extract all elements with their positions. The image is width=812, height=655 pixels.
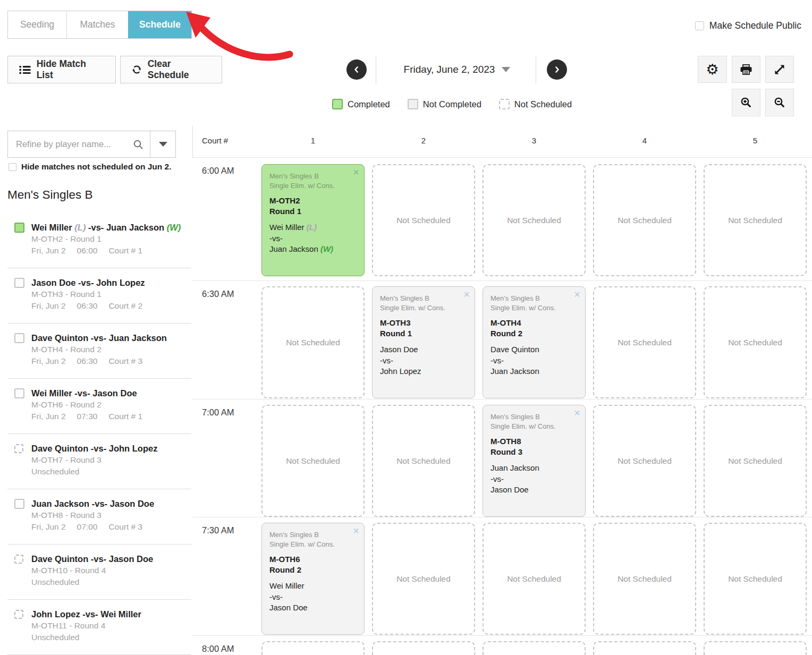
match-status-checkbox[interactable] [14,555,23,564]
empty-slot[interactable]: Not Scheduled [261,405,365,517]
match-card[interactable]: ×Men's Singles BSingle Elim. w/ Cons.M-O… [261,164,365,276]
not-completed-swatch [408,99,418,109]
match-item-body: Jason Doe -vs- John Lopez M-OTH3 - Round… [31,277,145,323]
legend-not-completed: Not Completed [408,99,481,109]
match-card-category: Men's Singles BSingle Elim. w/ Cons. [269,530,357,549]
empty-slot[interactable]: Not Scheduled [593,523,696,635]
zoom-in-button[interactable] [732,89,760,116]
match-list-item[interactable]: John Lopez -vs- Wei Miller M-OTH11 - Rou… [7,600,191,655]
court-column-header: 2 [372,136,475,145]
match-list-item[interactable]: Dave Quinton -vs- Jason Doe M-OTH10 - Ro… [7,545,191,600]
match-title: Wei Miller (L) -vs- Juan Jackson (W) [31,222,181,233]
match-date: Fri, Jun 2 [31,301,66,310]
time-slot-label: 6:30 AM [202,289,234,299]
match-court: Court # 3 [108,522,142,531]
zoom-out-button[interactable] [765,89,794,116]
legend-completed-label: Completed [348,99,390,109]
match-status-checkbox[interactable] [14,278,24,288]
clear-schedule-button[interactable]: Clear Schedule [120,56,222,83]
empty-slot[interactable]: Not Scheduled [704,523,807,635]
tab-matches[interactable]: Matches [66,11,128,38]
fullscreen-button[interactable] [765,56,794,83]
next-day-button[interactable] [547,59,567,80]
court-column-header: 1 [261,136,365,145]
match-court: Court # 2 [108,301,142,310]
match-title: Jason Doe -vs- John Lopez [31,277,145,288]
match-title: Juan Jackson -vs- Jason Doe [31,498,154,509]
empty-slot[interactable]: Not Scheduled [593,286,696,398]
winner-tag: (W) [320,244,333,253]
empty-slot[interactable]: Not Scheduled [261,286,365,398]
player2: Jason Doe [269,602,357,614]
match-card[interactable]: ×Men's Singles BSingle Elim. w/ Cons.M-O… [483,286,586,398]
make-schedule-public-checkbox[interactable] [695,21,704,30]
close-icon[interactable]: × [353,165,359,179]
search-options-dropdown[interactable] [150,131,176,158]
match-status-checkbox[interactable] [14,223,24,233]
match-list-item[interactable]: Wei Miller (L) -vs- Juan Jackson (W)M-OT… [7,213,191,268]
prev-day-button[interactable] [346,59,367,80]
hide-match-list-button[interactable]: Hide Match List [7,56,116,83]
empty-slot[interactable]: Not Scheduled [261,641,365,655]
match-time: 06:00 [77,246,98,255]
tab-seeding[interactable]: Seeding [8,11,66,38]
match-list-item[interactable]: Dave Quinton -vs- John Lopez M-OTH7 - Ro… [7,434,191,489]
match-title: Dave Quinton -vs- Juan Jackson [31,333,167,344]
match-list-item[interactable]: Wei Miller -vs- Jason Doe M-OTH6 - Round… [7,379,191,434]
completed-swatch [332,99,343,109]
division-name: Men's Singles B [490,412,578,422]
match-status-checkbox[interactable] [14,499,24,509]
match-detail: M-OTH10 - Round 4 [31,565,153,576]
time-row: 6:30 AMNot Scheduled×Men's Singles BSing… [192,280,812,399]
empty-slot[interactable]: Not Scheduled [372,641,475,655]
match-id: M-OTH3 [380,318,467,328]
date-selector[interactable]: Friday, June 2, 2023 [380,56,534,83]
not-scheduled-label: Not Scheduled [507,216,561,225]
match-status-checkbox[interactable] [14,333,24,343]
empty-slot[interactable]: Not Scheduled [372,523,475,635]
match-status-checkbox[interactable] [14,610,23,619]
match-status-checkbox[interactable] [14,388,24,398]
hide-unscheduled-checkbox[interactable] [9,163,16,171]
search-input[interactable] [8,131,150,157]
close-icon[interactable]: × [574,406,580,420]
empty-slot[interactable]: Not Scheduled [704,405,807,517]
match-card[interactable]: ×Men's Singles BSingle Elim. w/ Cons.M-O… [261,523,365,635]
empty-slot[interactable]: Not Scheduled [483,641,586,655]
match-card[interactable]: ×Men's Singles BSingle Elim. w/ Cons.M-O… [483,405,586,517]
match-court: Court # 1 [108,246,142,255]
match-card-category: Men's Singles BSingle Elim. w/ Cons. [269,172,357,190]
empty-slot[interactable]: Not Scheduled [593,641,696,655]
not-scheduled-label: Not Scheduled [507,574,561,584]
empty-slot[interactable]: Not Scheduled [483,164,586,276]
match-list-item[interactable]: Jason Doe -vs- John Lopez M-OTH3 - Round… [7,268,191,324]
settings-button[interactable]: ⚙ [698,56,727,83]
bracket-format: Single Elim. w/ Cons. [380,303,467,313]
match-list-item[interactable]: Juan Jackson -vs- Jason Doe M-OTH8 - Rou… [7,489,191,545]
empty-slot[interactable]: Not Scheduled [593,405,696,517]
close-icon[interactable]: × [463,287,470,301]
match-court: Court # 3 [108,356,142,365]
match-card-players: Jason Doe-vs-John Lopez [380,344,467,377]
not-scheduled-label: Not Scheduled [728,456,782,466]
match-status-checkbox[interactable] [14,444,23,453]
match-item-body: John Lopez -vs- Wei Miller M-OTH11 - Rou… [31,609,141,654]
empty-slot[interactable]: Not Scheduled [704,164,807,276]
empty-slot[interactable]: Not Scheduled [483,523,586,635]
gear-icon: ⚙ [706,61,718,78]
match-detail: M-OTH3 - Round 1 [31,288,145,300]
empty-slot[interactable]: Not Scheduled [593,164,696,276]
close-icon[interactable]: × [353,524,359,538]
empty-slot[interactable]: Not Scheduled [372,405,475,517]
match-list-item[interactable]: Dave Quinton -vs- Juan Jackson M-OTH4 - … [7,324,191,379]
hide-unscheduled-filter: Hide matches not scheduled on Jun 2. [9,162,172,172]
not-scheduled-label: Not Scheduled [728,574,782,584]
empty-slot[interactable]: Not Scheduled [704,286,807,398]
match-card[interactable]: ×Men's Singles BSingle Elim. w/ Cons.M-O… [372,286,475,398]
match-detail: M-OTH6 - Round 2 [31,399,142,411]
tab-schedule[interactable]: Schedule [128,11,191,38]
empty-slot[interactable]: Not Scheduled [704,641,807,655]
print-button[interactable] [732,56,760,83]
close-icon[interactable]: × [574,287,580,301]
empty-slot[interactable]: Not Scheduled [372,164,475,276]
